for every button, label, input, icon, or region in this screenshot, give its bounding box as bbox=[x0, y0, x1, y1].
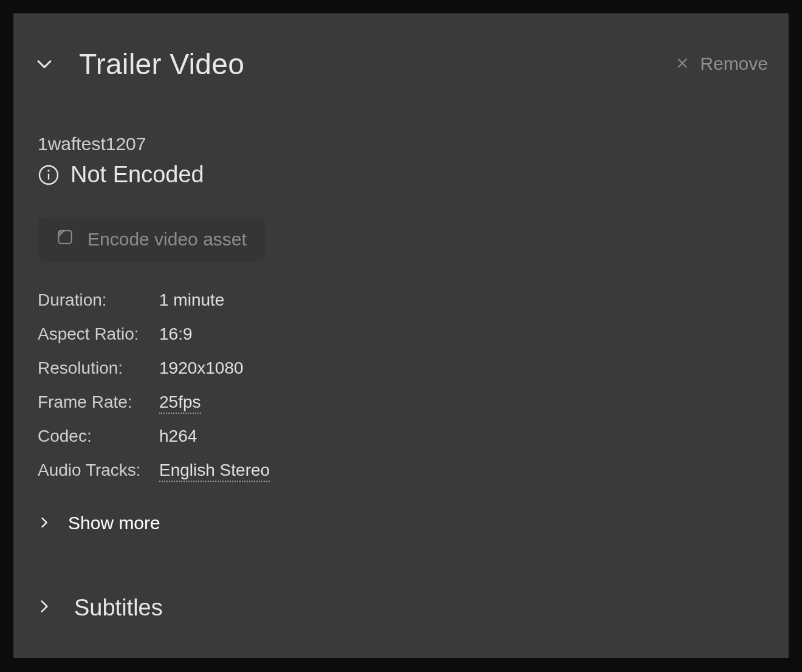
duration-label: Duration: bbox=[38, 290, 159, 310]
remove-label: Remove bbox=[700, 53, 768, 74]
show-more-label: Show more bbox=[68, 513, 160, 533]
audio-tracks-value-text: English Stereo bbox=[159, 461, 270, 482]
section-title: Trailer Video bbox=[79, 47, 244, 81]
resolution-label: Resolution: bbox=[38, 358, 159, 378]
resolution-value: 1920x1080 bbox=[159, 358, 764, 378]
asset-filename: 1waftest1207 bbox=[38, 134, 764, 154]
chevron-right-icon bbox=[38, 513, 51, 533]
framerate-value[interactable]: 25fps bbox=[159, 393, 764, 412]
encoding-status: Not Encoded bbox=[38, 162, 764, 188]
section-body: 1waftest1207 Not Encoded Encode video as… bbox=[13, 97, 789, 533]
svg-point-4 bbox=[47, 170, 49, 171]
audio-tracks-label: Audio Tracks: bbox=[38, 461, 159, 480]
chevron-right-icon bbox=[36, 598, 52, 617]
section-divider bbox=[13, 558, 789, 558]
chevron-down-icon[interactable] bbox=[34, 53, 55, 74]
show-more-button[interactable]: Show more bbox=[38, 513, 764, 533]
remove-button[interactable]: Remove bbox=[676, 53, 768, 74]
properties-grid: Duration: 1 minute Aspect Ratio: 16:9 Re… bbox=[38, 290, 764, 480]
codec-label: Codec: bbox=[38, 427, 159, 446]
framerate-label: Frame Rate: bbox=[38, 393, 159, 412]
close-icon bbox=[676, 53, 689, 74]
framerate-value-text: 25fps bbox=[159, 393, 201, 414]
codec-value: h264 bbox=[159, 427, 764, 446]
subtitles-title: Subtitles bbox=[74, 595, 163, 621]
status-text: Not Encoded bbox=[70, 162, 204, 188]
audio-tracks-value[interactable]: English Stereo bbox=[159, 461, 764, 480]
encode-icon bbox=[56, 228, 74, 250]
duration-value: 1 minute bbox=[159, 290, 764, 310]
subtitles-section-header[interactable]: Subtitles bbox=[13, 559, 789, 656]
header-left: Trailer Video bbox=[34, 47, 244, 81]
aspect-ratio-label: Aspect Ratio: bbox=[38, 324, 159, 344]
encode-button-label: Encode video asset bbox=[87, 229, 247, 250]
trailer-video-section-header: Trailer Video Remove bbox=[13, 13, 789, 97]
video-panel: Trailer Video Remove 1waftest1207 Not En… bbox=[13, 13, 789, 658]
info-icon bbox=[38, 164, 60, 186]
svg-rect-5 bbox=[58, 230, 71, 243]
encode-video-button[interactable]: Encode video asset bbox=[38, 217, 265, 261]
aspect-ratio-value: 16:9 bbox=[159, 324, 764, 344]
